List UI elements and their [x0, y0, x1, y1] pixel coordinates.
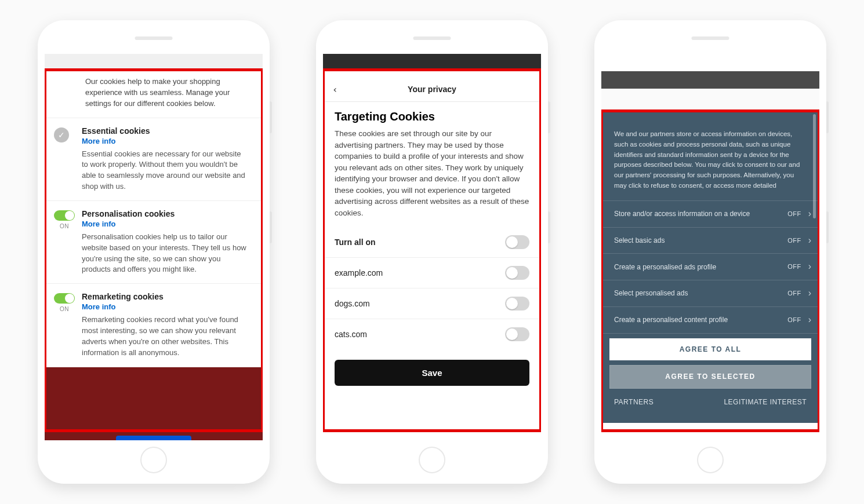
header-title: Your privacy: [408, 85, 456, 94]
agree-selected-button[interactable]: AGREE TO SELECTED: [609, 365, 811, 389]
check-icon: ✓: [54, 127, 69, 143]
section-desc: Remarketing cookies record what you've f…: [82, 315, 249, 358]
consent-intro: We and our partners store or access info…: [601, 112, 819, 200]
toggle-switch[interactable]: [505, 235, 529, 249]
purposes-list: Store and/or access information on a dev…: [601, 200, 819, 334]
turn-all-on-label: Turn all on: [335, 238, 376, 247]
panel-heading: Targeting Cookies: [323, 102, 541, 128]
purpose-row: Store and/or access information on a dev…: [601, 201, 819, 228]
purpose-label: Create a personalised ads profile: [614, 262, 783, 273]
purpose-row: Select basic ads OFF ›: [601, 228, 819, 254]
chevron-right-icon[interactable]: ›: [806, 286, 814, 301]
panel-header: ‹ Your privacy: [323, 77, 541, 102]
back-icon[interactable]: ‹: [332, 84, 338, 95]
footer-links: PARTNERS LEGITIMATE INTEREST: [601, 389, 819, 416]
side-button: [548, 101, 550, 133]
chevron-right-icon[interactable]: ›: [806, 207, 814, 221]
off-label: OFF: [787, 315, 801, 325]
purpose-label: Select basic ads: [614, 235, 783, 246]
toggle-switch[interactable]: [54, 293, 75, 304]
off-label: OFF: [787, 288, 801, 298]
section-title: Essential cookies: [82, 126, 249, 136]
off-label: OFF: [787, 236, 801, 246]
chevron-right-icon[interactable]: ›: [806, 233, 814, 248]
section-title: Personalisation cookies: [82, 209, 249, 218]
toggle-switch[interactable]: [505, 327, 529, 341]
side-button: [270, 101, 272, 133]
side-button: [270, 211, 272, 243]
more-info-link[interactable]: More info: [82, 302, 249, 311]
partner-row: example.com: [323, 257, 541, 288]
primary-button[interactable]: [116, 436, 191, 440]
agree-all-button[interactable]: AGREE TO ALL: [609, 338, 811, 361]
targeting-cookies-panel: ‹ Your privacy Targeting Cookies These c…: [323, 77, 541, 440]
on-label: ON: [54, 306, 75, 312]
toggle-switch[interactable]: [505, 266, 529, 280]
on-label: ON: [54, 223, 75, 229]
section-desc: Personalisation cookies help us to tailo…: [82, 232, 249, 275]
partner-label: cats.com: [335, 330, 367, 339]
legitimate-interest-link[interactable]: LEGITIMATE INTEREST: [724, 397, 807, 408]
screen-3: We and our partners store or access info…: [601, 54, 819, 440]
chevron-right-icon[interactable]: ›: [806, 260, 814, 274]
panel-description: These cookies are set through our site b…: [323, 128, 541, 227]
cookie-section-personalisation: ON Personalisation cookies More info Per…: [45, 201, 263, 284]
screen-2: ‹ Your privacy Targeting Cookies These c…: [323, 54, 541, 440]
purpose-row: Create a personalised content profile OF…: [601, 307, 819, 334]
consent-panel: We and our partners store or access info…: [601, 112, 819, 423]
cookie-section-essential: ✓ Essential cookies More info Essential …: [45, 118, 263, 201]
more-info-link[interactable]: More info: [82, 137, 249, 145]
partners-link[interactable]: PARTNERS: [614, 397, 654, 408]
cookie-section-remarketing: ON Remarketing cookies More info Remarke…: [45, 284, 263, 367]
section-desc: Essential cookies are necessary for our …: [82, 149, 249, 192]
off-label: OFF: [787, 262, 801, 272]
phone-mockup-1: Our cookies help to make your shopping e…: [38, 20, 270, 484]
purpose-row: Create a personalised ads profile OFF ›: [601, 254, 819, 280]
side-button: [826, 211, 829, 243]
purpose-row: Select personalised ads OFF ›: [601, 280, 819, 307]
save-button[interactable]: Save: [335, 360, 529, 386]
chevron-right-icon[interactable]: ›: [806, 313, 814, 327]
turn-all-on-row: Turn all on: [323, 227, 541, 257]
partner-label: dogs.com: [335, 299, 370, 308]
partner-row: dogs.com: [323, 288, 541, 319]
partner-label: example.com: [335, 268, 383, 277]
cookie-settings-panel: Our cookies help to make your shopping e…: [45, 68, 263, 440]
purpose-label: Select personalised ads: [614, 288, 783, 299]
purpose-label: Create a personalised content profile: [614, 315, 783, 326]
more-info-link[interactable]: More info: [82, 220, 249, 228]
side-button: [826, 101, 829, 133]
screen-1: Our cookies help to make your shopping e…: [45, 54, 263, 440]
side-button: [548, 211, 550, 243]
section-title: Remarketing cookies: [82, 292, 249, 301]
toggle-switch[interactable]: [505, 297, 529, 311]
scrollbar[interactable]: [813, 114, 816, 218]
purpose-label: Store and/or access information on a dev…: [614, 209, 783, 220]
toggle-switch[interactable]: [54, 210, 75, 221]
partner-row: cats.com: [323, 319, 541, 349]
off-label: OFF: [787, 209, 801, 219]
phone-mockup-2: ‹ Your privacy Targeting Cookies These c…: [316, 20, 548, 484]
phone-mockup-3: We and our partners store or access info…: [594, 20, 826, 484]
intro-text: Our cookies help to make your shopping e…: [45, 68, 263, 118]
